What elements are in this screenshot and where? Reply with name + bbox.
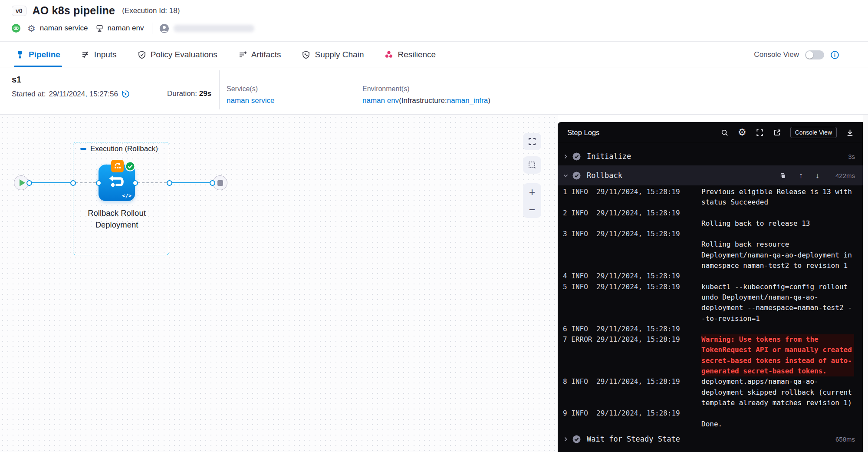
header-divider [152, 23, 152, 34]
log-entry: 7 ERROR 29/11/2024, 15:28:19 Warning: Us… [558, 334, 863, 376]
console-view-toggle[interactable] [805, 50, 824, 59]
log-entry-message: deployment.apps/naman-qa-ao- deployment … [701, 376, 854, 408]
tab-supply-chain[interactable]: Supply Chain [302, 42, 364, 67]
connector-dot [96, 180, 102, 186]
started-at-label: Started at: [12, 90, 46, 99]
code-glyph: </> [122, 193, 132, 199]
open-external-icon[interactable] [773, 129, 781, 137]
environments-label: Environment(s) [362, 85, 490, 93]
tab-pipeline[interactable]: Pipeline [16, 42, 60, 67]
step-success-icon [572, 435, 581, 444]
tab-supply-chain-label: Supply Chain [315, 50, 364, 59]
toggle-knob [806, 51, 813, 59]
log-entries: 1 INFO 29/11/2024, 15:28:19 Previous eli… [558, 187, 863, 429]
console-view-control: Console View [754, 42, 839, 67]
download-logs-icon[interactable] [846, 129, 854, 137]
services-block: Service(s) naman service [227, 85, 275, 105]
log-entry-meta: 8 INFO 29/11/2024, 15:28:19 [558, 376, 701, 408]
tab-policy-evaluations[interactable]: Policy Evaluations [138, 42, 217, 67]
step-node-label: Rollback Rollout Deployment [73, 207, 160, 231]
log-entry: 6 INFO 29/11/2024, 15:28:19 [558, 324, 863, 334]
scroll-down-icon[interactable]: ↓ [815, 172, 819, 179]
log-section-wait-for-steady-state[interactable]: Wait for Steady State 658ms [558, 429, 863, 449]
chevron-right-icon[interactable] [562, 436, 569, 442]
execution-id: (Execution Id: 18) [122, 7, 180, 15]
header-service-name[interactable]: naman service [40, 24, 88, 33]
execution-header: v0 AO k8s pipeline (Execution Id: 18) ⚙ … [0, 0, 868, 42]
infrastructure-prefix: (Infrastructure: [399, 96, 447, 105]
log-entry: 5 INFO 29/11/2024, 15:28:19 kubectl --ku… [558, 282, 863, 324]
connector-dot [70, 180, 76, 186]
environment-link-line: naman env(Infrastructure:naman_infra) [362, 96, 490, 105]
tab-artifacts[interactable]: Artifacts [238, 42, 281, 67]
log-entry: 1 INFO 29/11/2024, 15:28:19 Previous eli… [558, 187, 863, 208]
log-entry-meta: 1 INFO 29/11/2024, 15:28:19 [558, 187, 701, 208]
inputs-icon [81, 50, 90, 59]
edge-group-to-end [172, 182, 210, 183]
canvas-zoom-controls: + − [523, 183, 541, 218]
fullscreen-icon[interactable] [756, 129, 764, 137]
duration-label: Duration: [167, 89, 197, 98]
section-name: Initialize [587, 152, 631, 161]
log-entry-message: Warning: Use tokens from the TokenReques… [701, 334, 854, 376]
step-logs-header: Step Logs ⚙ Console View [558, 122, 863, 143]
tab-resilience-label: Resilience [398, 50, 436, 59]
zoom-in-button[interactable]: + [523, 183, 541, 201]
tab-artifacts-label: Artifacts [251, 50, 281, 59]
collapse-group-icon[interactable] [80, 148, 86, 150]
execution-tabbar: Pipeline Inputs Policy Evaluations Artif… [0, 42, 868, 67]
policy-shield-icon [138, 50, 146, 59]
zoom-out-button[interactable]: − [523, 201, 541, 218]
log-entry-meta: 9 INFO 29/11/2024, 15:28:19 [558, 408, 701, 429]
console-view-button[interactable]: Console View [790, 127, 837, 138]
log-entry-message: Rolling back resource Deployment/naman-q… [701, 229, 854, 271]
log-section-rollback[interactable]: Rollback ↑ ↓ 422ms [558, 165, 863, 185]
chevron-right-icon[interactable] [562, 153, 569, 160]
services-label: Service(s) [227, 85, 275, 93]
log-entry-meta: 7 ERROR 29/11/2024, 15:28:19 [558, 334, 701, 376]
rollback-arrow-icon [106, 172, 128, 192]
tab-resilience[interactable]: Resilience [385, 42, 436, 67]
log-scrollbar-track[interactable] [863, 115, 868, 452]
header-environment-name[interactable]: naman env [107, 24, 144, 33]
log-entry: 2 INFO 29/11/2024, 15:28:19 Rolling back… [558, 208, 863, 229]
log-entry: 9 INFO 29/11/2024, 15:28:19 Done. [558, 408, 863, 429]
copy-logs-icon[interactable] [779, 172, 786, 179]
section-duration: 658ms [835, 436, 855, 443]
play-icon [20, 179, 25, 186]
log-entry: 8 INFO 29/11/2024, 15:28:19 deployment.a… [558, 376, 863, 408]
title-row: v0 AO k8s pipeline (Execution Id: 18) [12, 4, 180, 17]
trigger-link-icon [12, 24, 20, 33]
log-entry-message [701, 271, 854, 281]
info-icon[interactable] [830, 50, 839, 59]
tab-policy-evaluations-label: Policy Evaluations [151, 50, 217, 59]
connector-dot [167, 180, 172, 186]
scroll-up-icon[interactable]: ↑ [799, 172, 803, 179]
log-entry-meta: 2 INFO 29/11/2024, 15:28:19 [558, 208, 701, 229]
gear-icon[interactable]: ⚙ [27, 24, 36, 33]
version-badge: v0 [12, 6, 26, 16]
log-entry-message: kubectl --kubeconfig=config rollout undo… [701, 282, 854, 324]
tab-inputs-label: Inputs [94, 50, 117, 59]
history-icon[interactable] [121, 89, 130, 99]
canvas-fit-button[interactable] [523, 133, 541, 150]
log-entry-message: Done. [701, 408, 854, 429]
pipeline-icon [16, 50, 24, 59]
environment-link[interactable]: naman env [362, 96, 399, 105]
connector-dot [210, 180, 215, 186]
connector-dot [132, 180, 138, 186]
log-settings-gear-icon[interactable]: ⚙ [738, 128, 746, 137]
pipeline-execution-page: v0 AO k8s pipeline (Execution Id: 18) ⚙ … [0, 0, 868, 452]
page-title: AO k8s pipeline [33, 4, 115, 17]
infrastructure-link[interactable]: naman_infra [447, 96, 488, 105]
log-section-initialize[interactable]: Initialize 3s [558, 147, 863, 166]
search-icon[interactable] [720, 129, 729, 137]
chevron-down-icon[interactable] [562, 172, 569, 179]
step-logs-toolbar: ⚙ Console View [720, 127, 854, 138]
canvas-select-button[interactable] [523, 156, 541, 174]
infrastructure-suffix: ) [488, 96, 490, 105]
service-link[interactable]: naman service [227, 96, 275, 105]
tab-inputs[interactable]: Inputs [81, 42, 117, 67]
environment-icon [95, 24, 104, 33]
step-logs-title: Step Logs [567, 129, 599, 137]
